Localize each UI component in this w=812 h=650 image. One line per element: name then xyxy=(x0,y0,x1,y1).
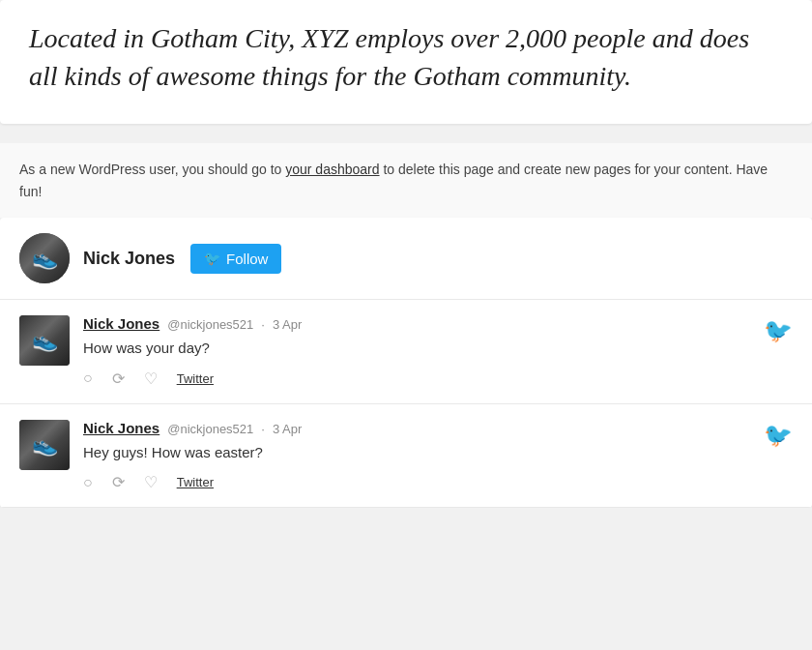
tweet-actions-2: ○ ⟳ ♡ Twitter xyxy=(83,473,748,491)
page-wrapper: Located in Gotham City, XYZ employs over… xyxy=(0,0,812,508)
like-icon-1[interactable]: ♡ xyxy=(144,369,158,388)
tweet-content-1: Nick Jones @nickjones521 · 3 Apr How was… xyxy=(83,315,748,388)
twitter-bird-icon: 🐦 xyxy=(204,251,220,266)
tweet-date-1: 3 Apr xyxy=(273,317,302,332)
retweet-icon-1[interactable]: ⟳ xyxy=(112,369,125,388)
tweet-dot-1: · xyxy=(261,317,265,332)
follow-button[interactable]: 🐦 Follow xyxy=(190,244,281,274)
tweet-avatar-1 xyxy=(19,315,70,366)
tweet-username-1: Nick Jones xyxy=(83,315,160,332)
tweet-avatar-2 xyxy=(19,420,70,470)
wp-note: As a new WordPress user, you should go t… xyxy=(0,143,812,218)
tweet-date-2: 3 Apr xyxy=(273,422,302,436)
twitter-logo-2: 🐦 xyxy=(748,420,793,449)
quote-card: Located in Gotham City, XYZ employs over… xyxy=(0,0,812,124)
tweet-actions-1: ○ ⟳ ♡ Twitter xyxy=(83,369,748,388)
tweet-content-2: Nick Jones @nickjones521 · 3 Apr Hey guy… xyxy=(83,420,748,492)
twitter-widget: Nick Jones 🐦 Follow Nick Jones @nickjone… xyxy=(0,218,812,508)
twitter-user-name: Nick Jones xyxy=(83,249,175,269)
follow-label: Follow xyxy=(226,251,268,267)
tweet-row-2: Nick Jones @nickjones521 · 3 Apr Hey guy… xyxy=(0,404,812,509)
wp-note-before: As a new WordPress user, you should go t… xyxy=(19,162,285,177)
tweet-meta-1: Nick Jones @nickjones521 · 3 Apr xyxy=(83,315,748,332)
twitter-header: Nick Jones 🐦 Follow xyxy=(0,218,812,300)
quote-text: Located in Gotham City, XYZ employs over… xyxy=(29,19,783,95)
tweet-meta-2: Nick Jones @nickjones521 · 3 Apr xyxy=(83,420,748,436)
tweet-handle-1: @nickjones521 xyxy=(167,317,253,332)
like-icon-2[interactable]: ♡ xyxy=(144,473,158,491)
tweet-text-2: Hey guys! How was easter? xyxy=(83,442,748,464)
tweet-link-1[interactable]: Twitter xyxy=(177,371,214,386)
avatar-image xyxy=(19,233,70,283)
dashboard-link[interactable]: your dashboard xyxy=(285,162,379,177)
twitter-logo-1: 🐦 xyxy=(748,315,793,344)
avatar xyxy=(19,233,70,283)
tweet-handle-2: @nickjones521 xyxy=(167,422,253,436)
retweet-icon-2[interactable]: ⟳ xyxy=(112,473,125,491)
tweet-username-2: Nick Jones xyxy=(83,420,160,436)
tweet-row: Nick Jones @nickjones521 · 3 Apr How was… xyxy=(0,300,812,404)
tweet-avatar-image-1 xyxy=(19,315,70,366)
tweet-text-1: How was your day? xyxy=(83,338,748,360)
reply-icon-2[interactable]: ○ xyxy=(83,474,93,491)
tweet-link-2[interactable]: Twitter xyxy=(177,475,214,489)
tweet-dot-2: · xyxy=(261,422,265,436)
reply-icon-1[interactable]: ○ xyxy=(83,369,93,387)
tweet-avatar-image-2 xyxy=(19,420,70,470)
